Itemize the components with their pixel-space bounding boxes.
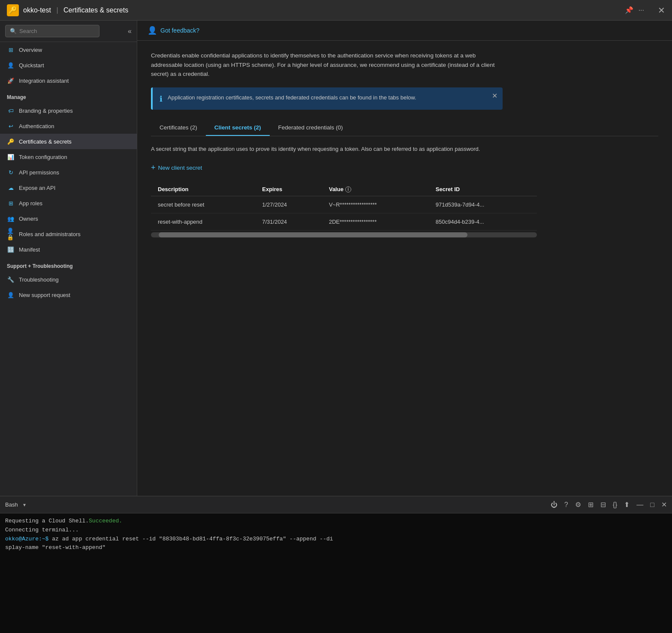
token-icon: 📊	[7, 153, 15, 161]
terminal-line-4: splay-name "reset-with-append"	[5, 543, 667, 552]
sidebar-item-label: Quickstart	[19, 62, 44, 69]
collapse-button[interactable]: «	[128, 27, 132, 35]
settings-icon[interactable]: ⚙	[575, 501, 581, 509]
sidebar-item-label: Owners	[19, 216, 38, 222]
shell-dropdown[interactable]: ▾	[23, 502, 26, 508]
sidebar-item-overview[interactable]: ⊞ Overview	[0, 42, 137, 57]
manage-section-header: Manage	[0, 88, 137, 103]
title-bar: 🔑 okko-test | Certificates & secrets 📌 ·…	[0, 0, 672, 21]
terminal-success-text: Succeeded.	[89, 518, 122, 524]
sidebar-item-manifest[interactable]: 🔢 Manifest	[0, 242, 137, 257]
app-icon: 🔑	[7, 4, 19, 16]
sidebar-item-certificates[interactable]: 🔑 Certificates & secrets	[0, 134, 137, 149]
maximize-icon[interactable]: □	[650, 501, 654, 509]
secrets-table-container: Description Expires Value i	[151, 183, 537, 237]
info-banner-text: Application registration certificates, s…	[168, 93, 416, 102]
cell-secret-id: 850c94d4-b239-4...	[429, 213, 537, 231]
shell-label: Bash	[5, 501, 18, 508]
col-header-expires: Expires	[255, 183, 322, 196]
pin-icon[interactable]: 📌	[625, 6, 633, 14]
support-icon: 👤	[7, 291, 15, 299]
terminal-line-1: Requesting a Cloud Shell.Succeeded.	[5, 517, 667, 526]
more-options-icon[interactable]: ···	[639, 6, 644, 14]
terminal-prompt: okko@Azure:~$	[5, 536, 48, 542]
upload-icon[interactable]: ⬆	[624, 501, 630, 509]
terminal-line-2: Connecting terminal...	[5, 526, 667, 535]
terminal-panel: Bash ▾ ⏻ ? ⚙ ⊞ ⊟ {} ⬆ — □ ✕ Requesting a…	[0, 496, 672, 633]
cell-value: 2DE*****************	[322, 213, 429, 231]
sidebar-item-authentication[interactable]: ↩ Authentication	[0, 118, 137, 134]
new-client-secret-button[interactable]: + New client secret	[151, 162, 658, 174]
sidebar-item-label: App roles	[19, 200, 42, 207]
cell-description: reset-with-append	[151, 213, 255, 231]
sidebar-item-branding[interactable]: 🏷 Branding & properties	[0, 103, 137, 118]
new-secret-label: New client secret	[158, 165, 202, 171]
support-section-header: Support + Troubleshooting	[0, 257, 137, 272]
terminal-command: az ad app credential reset --id "88303b4…	[48, 536, 333, 542]
secrets-table: Description Expires Value i	[151, 183, 537, 231]
sidebar-item-roles-admins[interactable]: 👤🔒 Roles and administrators	[0, 226, 137, 242]
tab-federated-credentials[interactable]: Federated credentials (0)	[270, 120, 352, 136]
tab-client-secrets[interactable]: Client secrets (2)	[206, 120, 270, 136]
owners-icon: 👥	[7, 215, 15, 222]
terminal-command-continuation: splay-name "reset-with-append"	[5, 544, 105, 551]
sidebar-item-label: Certificates & secrets	[19, 138, 72, 145]
info-icon: ℹ	[160, 94, 163, 104]
sidebar-item-expose-api[interactable]: ☁ Expose an API	[0, 180, 137, 195]
terminal-text: Requesting a Cloud Shell.	[5, 518, 89, 524]
minimize-icon[interactable]: —	[636, 501, 643, 509]
tabs-container: Certificates (2) Client secrets (2) Fede…	[151, 120, 658, 136]
integration-icon: 🚀	[7, 77, 15, 84]
banner-close-button[interactable]: ✕	[492, 92, 497, 100]
close-icon[interactable]: ✕	[658, 5, 665, 15]
troubleshooting-icon: 🔧	[7, 276, 15, 283]
sidebar-item-new-support[interactable]: 👤 New support request	[0, 287, 137, 303]
sidebar-item-integration-assistant[interactable]: 🚀 Integration assistant	[0, 73, 137, 88]
scrollbar-thumb[interactable]	[159, 232, 467, 237]
page-description: Credentials enable confidential applicat…	[151, 51, 503, 79]
sidebar-item-quickstart[interactable]: 👤 Quickstart	[0, 57, 137, 73]
sidebar-item-api-permissions[interactable]: ↻ API permissions	[0, 165, 137, 180]
search-container: 🔍 Search «	[0, 21, 137, 42]
new-terminal-icon[interactable]: ⊞	[588, 501, 594, 509]
sidebar-item-label: API permissions	[19, 169, 59, 176]
app-roles-icon: ⊞	[7, 199, 15, 207]
tab-description: A secret string that the application use…	[151, 145, 503, 153]
search-placeholder: Search	[19, 28, 37, 34]
tab-certificates[interactable]: Certificates (2)	[151, 120, 206, 136]
feedback-text[interactable]: Got feedback?	[160, 27, 199, 34]
sidebar-item-owners[interactable]: 👥 Owners	[0, 211, 137, 226]
sidebar-item-troubleshooting[interactable]: 🔧 Troubleshooting	[0, 272, 137, 287]
terminal-icons: ⏻ ? ⚙ ⊞ ⊟ {} ⬆ — □ ✕	[551, 501, 667, 509]
sidebar-item-label: Branding & properties	[19, 108, 73, 114]
sidebar-item-label: Roles and administrators	[19, 231, 81, 237]
terminal-close-icon[interactable]: ✕	[661, 501, 667, 509]
sidebar-item-token-config[interactable]: 📊 Token configuration	[0, 149, 137, 165]
search-box[interactable]: 🔍 Search	[5, 25, 99, 37]
title-bar-actions: 📌 ··· ✕	[625, 5, 665, 15]
api-icon: ↻	[7, 168, 15, 176]
terminal-content: Requesting a Cloud Shell.Succeeded. Conn…	[0, 513, 672, 633]
cert-icon: 🔑	[7, 138, 15, 145]
split-icon[interactable]: ⊟	[600, 501, 606, 509]
main-layout: 🔍 Search « ⊞ Overview 👤 Quickstart 🚀 Int…	[0, 21, 672, 496]
cell-expires: 1/27/2024	[255, 196, 322, 213]
power-icon[interactable]: ⏻	[551, 501, 557, 509]
col-header-description: Description	[151, 183, 255, 196]
braces-icon[interactable]: {}	[613, 501, 618, 509]
sidebar-item-app-roles[interactable]: ⊞ App roles	[0, 195, 137, 211]
sidebar-item-label: Expose an API	[19, 185, 55, 191]
cell-value: V~R*****************	[322, 196, 429, 213]
sidebar-item-label: Troubleshooting	[19, 276, 59, 283]
help-icon[interactable]: ?	[564, 501, 568, 509]
cell-expires: 7/31/2024	[255, 213, 322, 231]
right-panel: 👤 Got feedback? Credentials enable confi…	[137, 21, 672, 496]
auth-icon: ↩	[7, 122, 15, 130]
horizontal-scrollbar[interactable]	[151, 232, 537, 237]
cell-description: secret before reset	[151, 196, 255, 213]
sidebar-item-label: Manifest	[19, 246, 40, 253]
manifest-icon: 🔢	[7, 246, 15, 253]
feedback-bar: 👤 Got feedback?	[137, 21, 672, 41]
terminal-toolbar: Bash ▾ ⏻ ? ⚙ ⊞ ⊟ {} ⬆ — □ ✕	[0, 496, 672, 513]
search-icon: 🔍	[10, 28, 17, 34]
